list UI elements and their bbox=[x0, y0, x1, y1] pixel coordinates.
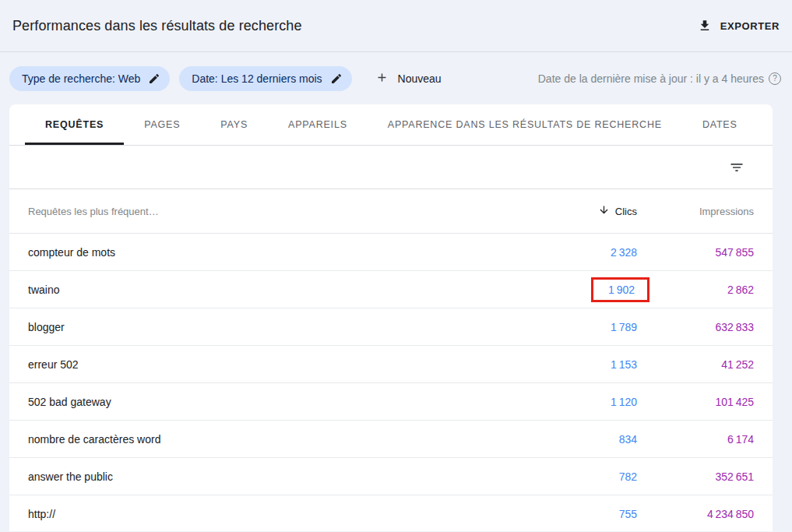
help-icon[interactable] bbox=[769, 72, 781, 85]
query-cell: 502 bad gateway bbox=[28, 396, 528, 408]
page-title: Performances dans les résultats de reche… bbox=[12, 18, 696, 34]
impressions-value: 547 855 bbox=[715, 246, 754, 259]
filter-bar: Type de recherche: Web Date: Les 12 dern… bbox=[0, 52, 792, 104]
edit-pencil-icon bbox=[330, 72, 343, 85]
tab-bar: REQUÊTESPAGESPAYSAPPAREILSAPPARENCE DANS… bbox=[9, 104, 773, 146]
query-cell: compteur de mots bbox=[28, 246, 528, 259]
clics-value: 782 bbox=[619, 470, 637, 483]
table-row[interactable]: http://7554 234 850 bbox=[9, 495, 773, 531]
clics-value: 1 153 bbox=[611, 358, 637, 371]
table-row[interactable]: compteur de mots2 328547 855 bbox=[9, 234, 773, 271]
tab-dates[interactable]: DATES bbox=[682, 104, 758, 145]
clics-cell: 1 153 bbox=[528, 358, 637, 371]
clics-cell: 782 bbox=[528, 470, 637, 483]
table-row[interactable]: blogger1 789632 833 bbox=[9, 308, 773, 346]
query-cell: http:// bbox=[28, 508, 528, 520]
query-cell: blogger bbox=[28, 321, 528, 333]
impressions-value: 6 174 bbox=[727, 433, 754, 446]
impressions-cell: 632 833 bbox=[637, 321, 754, 333]
query-cell: twaino bbox=[28, 284, 528, 296]
clics-value: 1 789 bbox=[611, 321, 637, 333]
tab-appareils[interactable]: APPAREILS bbox=[268, 104, 368, 145]
tab-requ-tes[interactable]: REQUÊTES bbox=[25, 104, 124, 145]
filter-list-button[interactable] bbox=[726, 157, 748, 178]
impressions-value: 41 252 bbox=[721, 358, 754, 371]
new-filter-label: Nouveau bbox=[398, 72, 442, 85]
impressions-value: 352 651 bbox=[715, 470, 754, 483]
query-cell: nombre de caractères word bbox=[28, 433, 528, 446]
impressions-value: 101 425 bbox=[715, 396, 754, 408]
clics-value: 1 120 bbox=[611, 396, 637, 408]
plus-icon bbox=[375, 71, 389, 86]
query-cell: erreur 502 bbox=[28, 358, 528, 371]
query-cell: answer the public bbox=[28, 470, 528, 483]
table-header-row: Requêtes les plus fréquent… Clics Impres… bbox=[9, 189, 773, 234]
impressions-cell: 2 862 bbox=[637, 284, 754, 296]
table-toolbar bbox=[9, 146, 773, 189]
date-range-chip[interactable]: Date: Les 12 derniers mois bbox=[179, 66, 351, 91]
clics-value: 755 bbox=[619, 508, 637, 520]
page-header: Performances dans les résultats de reche… bbox=[0, 0, 792, 52]
clics-column-header[interactable]: Clics bbox=[598, 204, 637, 218]
impressions-value: 4 234 850 bbox=[707, 508, 754, 520]
impressions-cell: 4 234 850 bbox=[637, 508, 754, 520]
last-update-text: Date de la dernière mise à jour : il y a… bbox=[538, 72, 764, 85]
last-update-note: Date de la dernière mise à jour : il y a… bbox=[538, 72, 783, 85]
clics-value: 2 328 bbox=[611, 246, 637, 259]
table-row[interactable]: erreur 5021 15341 252 bbox=[9, 346, 773, 383]
clics-cell: 1 789 bbox=[528, 321, 637, 333]
report-card: REQUÊTESPAGESPAYSAPPAREILSAPPARENCE DANS… bbox=[9, 104, 773, 531]
table-body: compteur de mots2 328547 855twaino1 9022… bbox=[9, 234, 773, 531]
clics-cell: 2 328 bbox=[528, 246, 637, 259]
clics-cell: 1 120 bbox=[528, 396, 637, 408]
filter-list-icon bbox=[729, 160, 744, 175]
table-row[interactable]: 502 bad gateway1 120101 425 bbox=[9, 383, 773, 421]
impressions-cell: 6 174 bbox=[637, 433, 754, 446]
impressions-cell: 547 855 bbox=[637, 246, 754, 259]
new-filter-button[interactable]: Nouveau bbox=[368, 66, 449, 91]
clics-cell: 1 902 bbox=[528, 284, 637, 296]
tab-pays[interactable]: PAYS bbox=[200, 104, 268, 145]
clics-cell: 834 bbox=[528, 433, 637, 446]
query-column-header: Requêtes les plus fréquent… bbox=[28, 206, 528, 217]
clics-cell: 755 bbox=[528, 508, 637, 520]
impressions-cell: 41 252 bbox=[637, 358, 754, 371]
table-row[interactable]: answer the public782352 651 bbox=[9, 458, 773, 495]
tab-pages[interactable]: PAGES bbox=[124, 104, 200, 145]
clics-column-label: Clics bbox=[615, 206, 637, 217]
sort-desc-arrow-icon bbox=[598, 204, 610, 218]
edit-pencil-icon bbox=[148, 72, 160, 85]
impressions-column-header[interactable]: Impressions bbox=[699, 206, 754, 217]
download-icon bbox=[698, 19, 712, 33]
impressions-value: 632 833 bbox=[715, 321, 754, 333]
search-type-chip-label: Type de recherche: Web bbox=[22, 72, 140, 85]
export-label: EXPORTER bbox=[720, 20, 780, 32]
impressions-cell: 352 651 bbox=[637, 470, 754, 483]
search-type-chip[interactable]: Type de recherche: Web bbox=[9, 66, 170, 91]
clics-value: 834 bbox=[619, 433, 637, 446]
impressions-cell: 101 425 bbox=[637, 396, 754, 408]
impressions-value: 2 862 bbox=[727, 284, 754, 296]
export-button[interactable]: EXPORTER bbox=[696, 14, 781, 37]
tab-apparence-dans-les-r-sultats-de-recherche[interactable]: APPARENCE DANS LES RÉSULTATS DE RECHERCH… bbox=[368, 104, 682, 145]
date-range-chip-label: Date: Les 12 derniers mois bbox=[192, 72, 322, 85]
table-row[interactable]: nombre de caractères word8346 174 bbox=[9, 421, 773, 458]
table-row[interactable]: twaino1 9022 862 bbox=[9, 271, 773, 308]
